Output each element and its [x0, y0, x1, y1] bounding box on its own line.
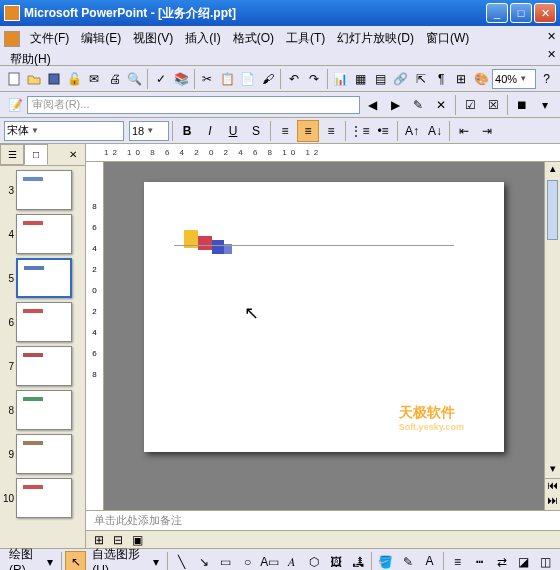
preview-button[interactable]: 🔍 — [125, 68, 144, 90]
menu-insert[interactable]: 插入(I) — [179, 28, 226, 49]
hyperlink-button[interactable]: 🔗 — [391, 68, 410, 90]
outline-tab[interactable]: ☰ — [0, 144, 24, 165]
picture-button[interactable]: 🏞 — [347, 551, 368, 571]
font-dropdown[interactable]: 宋体▼ — [4, 121, 124, 141]
color-button[interactable]: 🎨 — [472, 68, 491, 90]
menu-help[interactable]: 帮助(H) — [4, 49, 57, 70]
zoom-dropdown[interactable]: 40%▼ — [492, 69, 536, 89]
diagram-button[interactable]: ⬡ — [303, 551, 324, 571]
fontsize-dropdown[interactable]: 18▼ — [129, 121, 169, 141]
review-unapply-button[interactable]: ☒ — [482, 94, 504, 116]
menu-slideshow[interactable]: 幻灯片放映(D) — [331, 28, 420, 49]
maximize-button[interactable]: □ — [510, 3, 532, 23]
research-button[interactable]: 📚 — [171, 68, 190, 90]
format-painter-button[interactable]: 🖌 — [258, 68, 277, 90]
thumbnail-slide[interactable]: 4 — [2, 214, 83, 254]
thumbnail-slide[interactable]: 6 — [2, 302, 83, 342]
underline-button[interactable]: U — [222, 120, 244, 142]
review-apply-button[interactable]: ☑ — [459, 94, 481, 116]
line-style-button[interactable]: ≡ — [447, 551, 468, 571]
draw-menu-button[interactable]: 绘图(R) ▾ — [4, 551, 58, 571]
thumbnail-list[interactable]: 345678910 — [0, 166, 85, 548]
thumbnail-slide[interactable]: 9 — [2, 434, 83, 474]
open-button[interactable] — [24, 68, 43, 90]
grid-button[interactable]: ⊞ — [452, 68, 471, 90]
arrow-style-button[interactable]: ⇄ — [491, 551, 512, 571]
permission-button[interactable]: 🔓 — [65, 68, 84, 90]
help-button[interactable]: ? — [537, 68, 556, 90]
numbering-button[interactable]: ⋮≡ — [349, 120, 371, 142]
minimize-button[interactable]: _ — [486, 3, 508, 23]
align-left-button[interactable]: ≡ — [274, 120, 296, 142]
review-markup-button[interactable]: 📝 — [4, 94, 26, 116]
email-button[interactable]: ✉ — [85, 68, 104, 90]
thumbnail-slide[interactable]: 7 — [2, 346, 83, 386]
paste-button[interactable]: 📄 — [238, 68, 257, 90]
autoshapes-button[interactable]: 自选图形(U) ▾ — [87, 551, 164, 571]
table-button[interactable]: ▦ — [351, 68, 370, 90]
rectangle-button[interactable]: ▭ — [215, 551, 236, 571]
shadow-style-button[interactable]: ◪ — [513, 551, 534, 571]
oval-button[interactable]: ○ — [237, 551, 258, 571]
line-button[interactable]: ╲ — [171, 551, 192, 571]
slides-tab[interactable]: □ — [24, 144, 48, 165]
increase-font-button[interactable]: A↑ — [401, 120, 423, 142]
textbox-button[interactable]: A▭ — [259, 551, 280, 571]
thumbnail-slide[interactable]: 8 — [2, 390, 83, 430]
review-prev-button[interactable]: ◀ — [361, 94, 383, 116]
increase-indent-button[interactable]: ⇥ — [476, 120, 498, 142]
bold-button[interactable]: B — [176, 120, 198, 142]
save-button[interactable] — [44, 68, 63, 90]
reviewer-dropdown[interactable]: 审阅者(R)... — [27, 96, 360, 114]
font-color-button[interactable]: A — [419, 551, 440, 571]
close-button[interactable]: ✕ — [534, 3, 556, 23]
thumbnail-slide[interactable]: 10 — [2, 478, 83, 518]
shadow-button[interactable]: S — [245, 120, 267, 142]
menu-view[interactable]: 视图(V) — [127, 28, 179, 49]
bullets-button[interactable]: •≡ — [372, 120, 394, 142]
redo-button[interactable]: ↷ — [304, 68, 323, 90]
3d-style-button[interactable]: ◫ — [535, 551, 556, 571]
expand-button[interactable]: ⇱ — [411, 68, 430, 90]
review-more-button[interactable]: ▾ — [534, 94, 556, 116]
menu-edit[interactable]: 编辑(E) — [75, 28, 127, 49]
close-panel-button[interactable]: ✕ — [61, 144, 85, 165]
decrease-font-button[interactable]: A↓ — [424, 120, 446, 142]
align-right-button[interactable]: ≡ — [320, 120, 342, 142]
prev-slide-button[interactable]: ⏮ — [545, 478, 560, 494]
arrow-button[interactable]: ↘ — [193, 551, 214, 571]
clipart-button[interactable]: 🖼 — [325, 551, 346, 571]
dash-style-button[interactable]: ┅ — [469, 551, 490, 571]
new-button[interactable] — [4, 68, 23, 90]
chart-button[interactable]: 📊 — [330, 68, 349, 90]
slide[interactable]: ↖ 天极软件 Soft.yesky.com — [144, 182, 504, 452]
undo-button[interactable]: ↶ — [284, 68, 303, 90]
tables-borders-button[interactable]: ▤ — [371, 68, 390, 90]
menubar-close-button[interactable]: ✕ — [547, 48, 556, 61]
notes-pane[interactable]: 单击此处添加备注 — [86, 510, 560, 530]
review-endreview-button[interactable]: ⏹ — [511, 94, 533, 116]
spell-button[interactable]: ✓ — [151, 68, 170, 90]
cut-button[interactable]: ✂ — [198, 68, 217, 90]
print-button[interactable]: 🖨 — [105, 68, 124, 90]
slide-canvas[interactable]: ↖ 天极软件 Soft.yesky.com — [104, 162, 544, 510]
align-center-button[interactable]: ≡ — [297, 120, 319, 142]
copy-button[interactable]: 📋 — [218, 68, 237, 90]
review-ink-button[interactable]: ✎ — [407, 94, 429, 116]
review-next-button[interactable]: ▶ — [384, 94, 406, 116]
line-color-button[interactable]: ✎ — [397, 551, 418, 571]
menu-file[interactable]: 文件(F) — [24, 28, 75, 49]
select-objects-button[interactable]: ↖ — [65, 551, 86, 571]
thumbnail-slide[interactable]: 3 — [2, 170, 83, 210]
review-delete-button[interactable]: ✕ — [430, 94, 452, 116]
fill-color-button[interactable]: 🪣 — [375, 551, 396, 571]
vertical-scrollbar[interactable]: ▴ ▾ ⏮ ⏭ — [544, 162, 560, 510]
menu-tools[interactable]: 工具(T) — [280, 28, 331, 49]
show-formatting-button[interactable]: ¶ — [432, 68, 451, 90]
menu-format[interactable]: 格式(O) — [227, 28, 280, 49]
thumbnail-slide[interactable]: 5 — [2, 258, 83, 298]
next-slide-button[interactable]: ⏭ — [545, 494, 560, 510]
italic-button[interactable]: I — [199, 120, 221, 142]
menu-window[interactable]: 窗口(W) — [420, 28, 475, 49]
doc-close-button[interactable]: ✕ — [547, 30, 556, 43]
